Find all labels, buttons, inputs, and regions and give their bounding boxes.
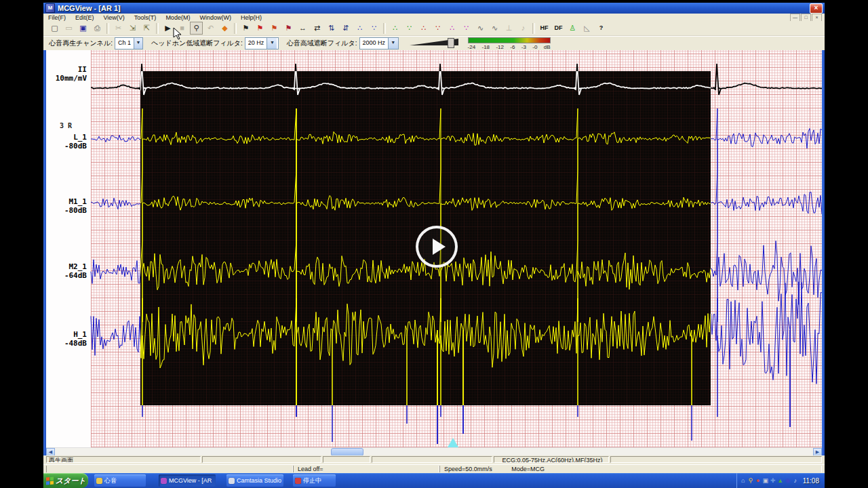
gain-down-button[interactable]: ⇵ (339, 22, 352, 35)
df-filter-button[interactable]: DF (552, 22, 565, 35)
folder-icon (96, 478, 102, 484)
import-record-button[interactable]: ⇲ (126, 22, 139, 35)
meter-tick: -18 (481, 44, 490, 50)
signal-tool-button-1[interactable]: ∿ (474, 22, 487, 35)
mdi-close-icon[interactable]: × (812, 14, 822, 22)
headphone-filter-select[interactable]: 20 Hz ▼ (245, 37, 279, 49)
patient-button[interactable]: ♙ (566, 22, 579, 35)
hf-filter-button[interactable]: HF (538, 22, 551, 35)
channel-set-green-button-1[interactable]: ∴ (389, 22, 401, 35)
auto-marker-button[interactable]: ⚑ (239, 22, 252, 35)
tray-icon-8[interactable]: ♪ (792, 477, 799, 484)
horizontal-scrollbar[interactable]: ◀ ▶ (46, 447, 822, 455)
taskbar-task-recording-stopped[interactable]: 停止中 (293, 474, 336, 487)
ecg-filter-info: ECG:0.05-75Hz,AC(60Hz),MF(35Hz) (494, 456, 609, 463)
meter-tick: -24 (468, 44, 476, 50)
expand-time-button[interactable]: ↔ (296, 22, 309, 35)
level-meter-scale: -24-18-12-6-3-0dB (468, 44, 551, 50)
save-button[interactable]: ▣ (77, 22, 90, 35)
channel-set-magenta-button-1[interactable]: ∴ (446, 22, 458, 35)
compress-time-button[interactable]: ⇄ (311, 22, 323, 35)
volume-slider-thumb[interactable] (448, 38, 454, 48)
playback-channel-select[interactable]: Ch 1 ▼ (115, 37, 143, 49)
undo-button: ↶ (204, 22, 217, 35)
toolbar-separator (532, 23, 535, 34)
menu-windoww[interactable]: Window(W) (195, 14, 236, 21)
marker-flag-button-2[interactable]: ⚑ (268, 22, 281, 35)
mdi-minimize-icon[interactable]: — (790, 14, 800, 22)
start-button[interactable]: スタート (43, 473, 88, 488)
playhead-marker-icon[interactable] (448, 438, 458, 447)
window-border-right (822, 3, 825, 473)
menu-filef[interactable]: File(F) (43, 14, 71, 21)
marker-flag-button-3[interactable]: ⚑ (282, 22, 295, 35)
export-record-button[interactable]: ⇱ (140, 22, 153, 35)
marker-flag-button-1[interactable]: ⚑ (254, 22, 267, 35)
status-panel (323, 456, 370, 463)
task-label: Camtasia Studio - 名... (237, 476, 281, 485)
record-stopped-icon (295, 478, 301, 484)
highcut-filter-label: 心音高域遮断フィルタ: (287, 39, 357, 48)
headphone-filter-label: ヘッドホン低域遮断フィルタ: (151, 39, 243, 48)
mdi-window-buttons: —□× (790, 14, 822, 22)
video-play-button[interactable] (416, 226, 458, 268)
play-icon (433, 239, 446, 255)
tray-icon-3[interactable]: ● (755, 477, 762, 484)
title-bar: M MCGView - [AR 1] × (43, 3, 825, 14)
zoom-tool-button[interactable]: ⚲ (190, 22, 203, 35)
gain-up-button[interactable]: ⇅ (325, 22, 338, 35)
channel-set-red-button-1[interactable]: ∴ (417, 22, 430, 35)
task-label: MCGView - [AR 1] (169, 477, 214, 484)
tray-icon-2[interactable]: ⚲ (747, 477, 754, 484)
mdi-restore-icon[interactable]: □ (801, 14, 811, 22)
disabled-sound-button: ♪ (517, 22, 530, 35)
channel-set-blue-button-1[interactable]: ∴ (353, 22, 366, 35)
menu-items: File(F)Edit(E)View(V)Tools(T)Mode(M)Wind… (43, 14, 790, 21)
highcut-filter-value: 2000 Hz (360, 38, 389, 49)
chevron-down-icon[interactable]: ▼ (388, 38, 397, 49)
chevron-down-icon[interactable]: ▼ (134, 38, 142, 49)
print-button[interactable]: ⎙ (91, 22, 104, 35)
menu-toolst[interactable]: Tools(T) (130, 14, 161, 21)
taskbar-task-camtasia[interactable]: Camtasia Studio - 名... (226, 474, 283, 487)
meter-tick: -3 (521, 44, 526, 50)
measure-ruler-button[interactable]: ◺ (580, 22, 593, 35)
volume-slider[interactable] (410, 38, 461, 49)
tray-icon-7[interactable]: ◉ (785, 477, 791, 484)
menu-viewv[interactable]: View(V) (99, 14, 130, 21)
disabled-tool-button: ⊥ (502, 22, 515, 35)
close-button[interactable]: × (810, 3, 823, 14)
task-label: 停止中 (303, 476, 321, 485)
tray-icon-1[interactable]: ⌂ (740, 477, 747, 484)
channel-set-red-button-2[interactable]: ∵ (431, 22, 444, 35)
taskbar: スタート 心音MCGView - [AR 1]Camtasia Studio -… (43, 473, 825, 488)
app-icon: M (45, 3, 55, 13)
help-button[interactable]: ? (595, 22, 608, 35)
tray-icon-5[interactable]: ✚ (770, 477, 776, 484)
menu-helph[interactable]: Help(H) (236, 14, 267, 21)
highcut-filter-select[interactable]: 2000 Hz ▼ (359, 37, 399, 49)
camtasia-app-icon (229, 478, 235, 484)
window-border-left (43, 3, 46, 473)
system-tray: ⌂⚲●▣✚▲◉♪ 11:08 (736, 473, 822, 488)
new-file-button[interactable]: ▢ (48, 22, 61, 35)
channel-set-green-button-2[interactable]: ∵ (403, 22, 416, 35)
taskbar-task-mcgview[interactable]: MCGView - [AR 1] (159, 474, 216, 487)
playback-channel-label: 心音再生チャンネル: (49, 39, 113, 48)
taskbar-task-shinon-folder[interactable]: 心音 (94, 474, 146, 487)
channel-set-blue-button-2[interactable]: ∵ (368, 22, 380, 35)
signal-tool-button-2[interactable]: ∿ (488, 22, 501, 35)
tray-icon-6[interactable]: ▲ (777, 477, 784, 484)
tray-icon-4[interactable]: ▣ (762, 477, 769, 484)
playback-channel-value: Ch 1 (115, 38, 134, 49)
mode-indicator: Mode=MCG (511, 466, 545, 472)
cut-button: ✂ (112, 22, 125, 35)
mcgview-app-icon (161, 478, 167, 484)
chevron-down-icon[interactable]: ▼ (267, 38, 277, 49)
event-jump-button[interactable]: ◆ (218, 22, 231, 35)
channel-set-magenta-button-2[interactable]: ∵ (460, 22, 473, 35)
menu-modem[interactable]: Mode(M) (161, 14, 195, 21)
meter-tick: dB (544, 44, 551, 50)
window-title: MCGView - [AR 1] (58, 4, 810, 12)
menu-edite[interactable]: Edit(E) (71, 14, 99, 21)
